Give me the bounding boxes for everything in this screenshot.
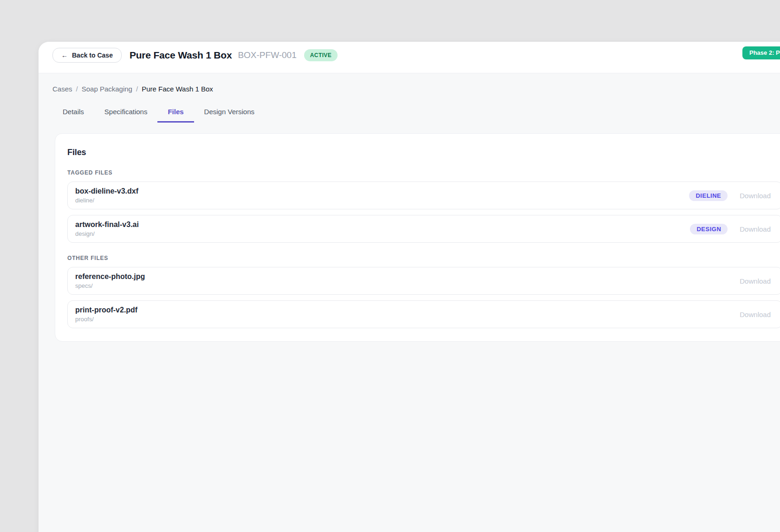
header: ← Back to Case Pure Face Wash 1 Box BOX-… (39, 42, 780, 73)
file-section: TAGGED FILES box-dieline-v3.dxf dieline/… (67, 169, 780, 243)
file-name: reference-photo.jpg (75, 272, 145, 281)
file-actions: Download (740, 311, 771, 318)
file-actions: DIELINE Download (689, 190, 771, 201)
phase-badge: Phase 2: P (742, 46, 780, 59)
breadcrumb-separator-icon: / (136, 84, 138, 94)
back-to-case-button[interactable]: ← Back to Case (52, 48, 122, 63)
file-section-rows: box-dieline-v3.dxf dieline/ DIELINE Down… (67, 182, 780, 243)
case-code: BOX-PFW-001 (238, 50, 296, 60)
download-link[interactable]: Download (740, 225, 771, 233)
files-panel-title: Files (67, 148, 780, 157)
file-row: box-dieline-v3.dxf dieline/ DIELINE Down… (67, 182, 780, 209)
file-name: box-dieline-v3.dxf (75, 187, 138, 195)
breadcrumb-separator-icon: / (76, 84, 78, 94)
file-path: proofs/ (75, 316, 137, 323)
file-meta: print-proof-v2.pdf proofs/ (75, 306, 137, 323)
desktop-background: ← Back to Case Pure Face Wash 1 Box BOX-… (0, 0, 780, 532)
file-path: dieline/ (75, 197, 138, 204)
breadcrumb-current: Pure Face Wash 1 Box (142, 84, 213, 94)
file-path: specs/ (75, 282, 145, 289)
file-section: OTHER FILES reference-photo.jpg specs/ D… (67, 255, 780, 328)
breadcrumb: Cases/Soap Packaging/Pure Face Wash 1 Bo… (52, 84, 780, 94)
tab-bar: DetailsSpecificationsFilesDesign Version… (52, 102, 780, 123)
file-actions: Download (740, 277, 771, 285)
tab-details[interactable]: Details (52, 102, 94, 123)
file-sections: TAGGED FILES box-dieline-v3.dxf dieline/… (67, 169, 780, 328)
file-meta: artwork-final-v3.ai design/ (75, 221, 139, 237)
file-row: print-proof-v2.pdf proofs/ Download (67, 300, 780, 328)
file-tag-badge: DESIGN (690, 224, 728, 234)
back-arrow-icon: ← (61, 52, 68, 59)
page-title: Pure Face Wash 1 Box (130, 50, 232, 61)
tab-design-versions[interactable]: Design Versions (194, 102, 265, 123)
file-name: print-proof-v2.pdf (75, 306, 137, 314)
file-section-label: TAGGED FILES (67, 169, 780, 176)
file-row: reference-photo.jpg specs/ Download (67, 267, 780, 295)
files-panel: Files TAGGED FILES box-dieline-v3.dxf di… (55, 133, 780, 342)
file-section-label: OTHER FILES (67, 255, 780, 261)
download-link[interactable]: Download (740, 311, 771, 318)
tab-specifications[interactable]: Specifications (94, 102, 158, 123)
download-link[interactable]: Download (740, 277, 771, 285)
file-meta: box-dieline-v3.dxf dieline/ (75, 187, 138, 204)
breadcrumb-link-cases[interactable]: Cases (52, 84, 72, 94)
file-row: artwork-final-v3.ai design/ DESIGN Downl… (67, 215, 780, 243)
breadcrumb-link-soap-packaging[interactable]: Soap Packaging (82, 84, 132, 94)
status-badge: ACTIVE (304, 49, 338, 61)
file-name: artwork-final-v3.ai (75, 221, 139, 229)
app-window: ← Back to Case Pure Face Wash 1 Box BOX-… (39, 42, 780, 532)
download-link[interactable]: Download (740, 192, 771, 200)
file-actions: DESIGN Download (690, 224, 771, 234)
file-section-rows: reference-photo.jpg specs/ Download prin… (67, 267, 780, 328)
file-path: design/ (75, 230, 139, 237)
file-tag-badge: DIELINE (689, 190, 728, 201)
file-meta: reference-photo.jpg specs/ (75, 272, 145, 289)
tab-files[interactable]: Files (157, 102, 194, 123)
back-button-label: Back to Case (72, 52, 113, 59)
